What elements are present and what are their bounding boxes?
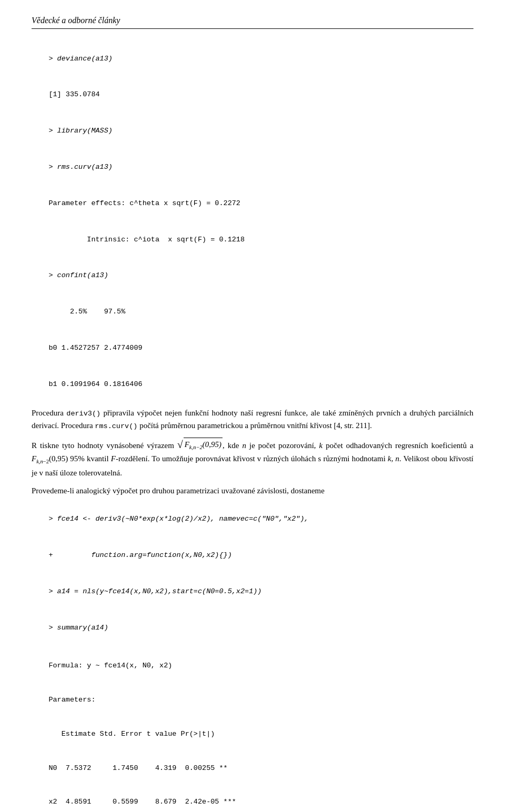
- code-summary: > summary(a14): [32, 611, 473, 645]
- paragraph-1: Procedura deriv3() připravila výpočet ne…: [32, 407, 473, 432]
- paragraph-3: Provedeme-li analogický výpočet pro druh…: [32, 484, 473, 497]
- code-line-8: 2.5% 97.5%: [48, 308, 125, 316]
- code-line-1: > deviance(a13): [48, 55, 113, 63]
- output-parameters: Parameters:: [32, 683, 473, 717]
- math-F2: F: [32, 454, 36, 463]
- code-pct-header: 2.5% 97.5%: [32, 295, 473, 329]
- code-fce14-cont: + function.arg=function(x,N0,x2){}): [32, 538, 473, 572]
- code-line-10: b1 0.1091964 0.1816406: [48, 380, 142, 388]
- code-library: > library(MASS): [32, 114, 473, 148]
- page-title: Vědecké a odborné články: [32, 16, 120, 25]
- page-header: Vědecké a odborné články: [32, 16, 473, 29]
- code-b0: b0 1.4527257 2.4774009: [32, 331, 473, 365]
- code-inline-deriv3: deriv3(): [66, 410, 100, 418]
- output-N0-text: N0 7.5372 1.7450 4.319 0.00255 **: [48, 764, 227, 772]
- math-F: F: [185, 440, 189, 449]
- code-line-3: > library(MASS): [48, 127, 113, 135]
- code-fce14-line1: > fce14 <- deriv3(~N0*exp(x*log(2)/x2), …: [48, 515, 308, 523]
- output-formula: Formula: y ~ fce14(x, N0, x2): [32, 649, 473, 683]
- output-N0-row: N0 7.5372 1.7450 4.319 0.00255 **: [32, 751, 473, 785]
- math-sub2: k,n−2: [36, 459, 49, 464]
- output-formula-text: Formula: y ~ fce14(x, N0, x2): [48, 662, 172, 669]
- output-parameters-text: Parameters:: [48, 696, 95, 704]
- math-n: n: [242, 441, 246, 450]
- code-intrinsic: Intrinsic: c^iota x sqrt(F) = 0.1218: [32, 222, 473, 257]
- math-F-rozdeleni: F: [111, 454, 116, 463]
- math-k: k: [319, 441, 323, 450]
- code-inline-rms: rms.curv(): [95, 422, 137, 430]
- code-summary-line: > summary(a14): [48, 624, 108, 632]
- code-param-effects: Parameter effects: c^theta x sqrt(F) = 0…: [32, 186, 473, 220]
- paragraph-2: R tiskne tyto hodnoty vynásobené výrazem…: [32, 438, 473, 479]
- output-estimate-header: Estimate Std. Error t value Pr(>|t|): [32, 717, 473, 751]
- code-rms-curv: > rms.curv(a13): [32, 150, 473, 184]
- math-kn: k, n: [388, 454, 399, 463]
- sqrt-content: Fk,n−2(0,95): [184, 438, 223, 452]
- code-fce14-line2: + function.arg=function(x,N0,x2){}): [48, 551, 231, 559]
- code-result-1: [1] 335.0784: [32, 78, 473, 112]
- code-line-7: > confint(a13): [48, 271, 108, 279]
- code-deviance-a13: > deviance(a13): [32, 42, 473, 76]
- code-fce14: > fce14 <- deriv3(~N0*exp(x*log(2)/x2), …: [32, 502, 473, 536]
- code-line-2: [1] 335.0784: [48, 90, 99, 98]
- code-line-4: > rms.curv(a13): [48, 163, 113, 171]
- main-content: > deviance(a13) [1] 335.0784 > library(M…: [32, 42, 473, 812]
- sqrt-symbol: √: [177, 440, 183, 450]
- code-b1: b1 0.1091964 0.1816406: [32, 367, 473, 401]
- output-x2-text: x2 4.8591 0.5599 8.679 2.42e-05 ***: [48, 798, 236, 806]
- code-a14: > a14 = nls(y~fce14(x,N0,x2),start=c(N0=…: [32, 574, 473, 608]
- code-line-6: Intrinsic: c^iota x sqrt(F) = 0.1218: [48, 236, 245, 243]
- code-line-9: b0 1.4527257 2.4774009: [48, 344, 142, 352]
- code-line-5: Parameter effects: c^theta x sqrt(F) = 0…: [48, 199, 240, 207]
- code-confint: > confint(a13): [32, 259, 473, 293]
- output-x2-row: x2 4.8591 0.5599 8.679 2.42e-05 ***: [32, 785, 473, 812]
- math-subscript: k,n−2: [189, 444, 203, 450]
- sqrt-expression: √ Fk,n−2(0,95): [177, 438, 223, 452]
- output-estimate-header-text: Estimate Std. Error t value Pr(>|t|): [48, 730, 215, 738]
- code-a14-line: > a14 = nls(y~fce14(x,N0,x2),start=c(N0=…: [48, 587, 261, 595]
